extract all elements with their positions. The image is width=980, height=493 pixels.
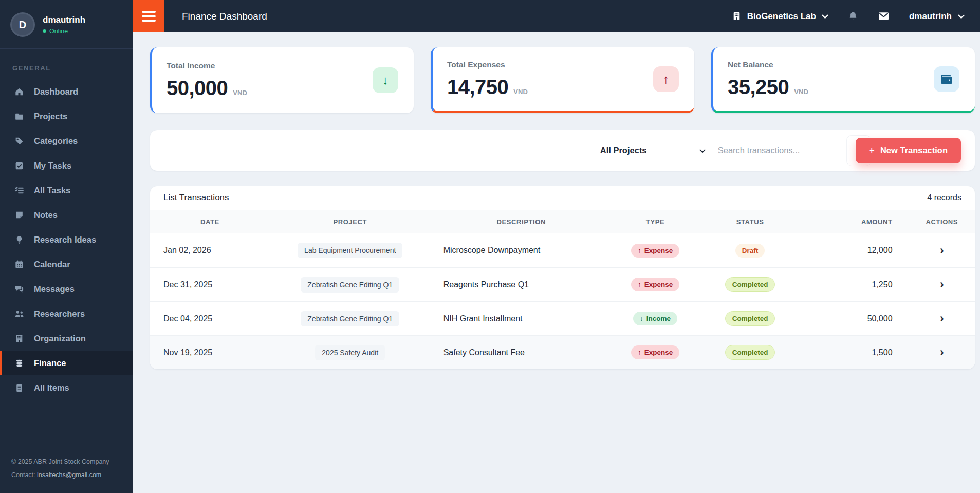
sidebar-item-label: Categories xyxy=(34,136,78,146)
online-status-label: Online xyxy=(49,28,68,35)
sidebar-item-dashboard[interactable]: Dashboard xyxy=(0,79,133,104)
note-icon xyxy=(14,210,24,220)
sidebar-item-categories[interactable]: Categories xyxy=(0,129,133,153)
arrow-up-icon: ↑ xyxy=(638,281,641,288)
sidebar-item-finance[interactable]: Finance xyxy=(0,351,133,375)
check-square-icon xyxy=(14,160,24,171)
arrow-up-icon: ↑ xyxy=(653,66,679,92)
filter-bar: All Projects ( + New Transaction xyxy=(150,130,975,171)
project-filter-select[interactable]: All Projects xyxy=(600,145,706,155)
transaction-description: Safety Consultant Fee xyxy=(431,348,612,357)
sidebar-user-area: D dmautrinh Online xyxy=(0,0,133,49)
sidebar-item-projects[interactable]: Projects xyxy=(0,104,133,129)
sidebar-item-label: Calendar xyxy=(34,260,70,269)
table-row[interactable]: Dec 31, 2025Zebrafish Gene Editing Q1Rea… xyxy=(150,267,975,301)
stat-card-net-balance: Net Balance 35,250 VND xyxy=(711,47,975,113)
home-icon xyxy=(14,86,24,97)
project-cell: Lab Equipment Procurement xyxy=(270,243,431,258)
actions-cell: › xyxy=(909,346,975,358)
transaction-date: Dec 31, 2025 xyxy=(150,280,270,289)
arrow-up-icon: ↑ xyxy=(638,247,641,254)
project-chip: 2025 Safety Audit xyxy=(315,345,385,360)
stat-value: 50,000 xyxy=(167,77,228,100)
search-input[interactable] xyxy=(718,145,846,155)
transaction-description: Microscope Downpayment xyxy=(431,246,612,255)
messages-envelope-icon[interactable] xyxy=(878,11,890,21)
project-cell: 2025 Safety Audit xyxy=(270,345,431,360)
table-row[interactable]: Nov 19, 20252025 Safety AuditSafety Cons… xyxy=(150,335,975,369)
arrow-down-icon: ↓ xyxy=(640,315,643,322)
new-transaction-label: New Transaction xyxy=(880,145,948,155)
sidebar-item-all-tasks[interactable]: All Tasks xyxy=(0,178,133,203)
user-menu[interactable]: dmautrinh xyxy=(909,11,965,22)
sidebar-footer: © 2025 ABR Joint Stock Company Contact: … xyxy=(0,447,133,493)
avatar: D xyxy=(10,12,35,37)
topbar-right: BioGenetics Lab dmautrinh xyxy=(732,11,980,22)
notifications-bell-icon[interactable] xyxy=(848,11,858,22)
row-detail-chevron-icon[interactable]: › xyxy=(940,346,944,358)
contact-label: Contact: xyxy=(11,471,35,479)
main-content: Total Income 50,000 VND ↓ Total Expenses… xyxy=(133,32,980,493)
records-count: 4 records xyxy=(927,193,961,203)
building-icon xyxy=(14,333,24,343)
transaction-description: NIH Grant Installment xyxy=(431,314,612,323)
actions-cell: › xyxy=(909,279,975,290)
row-detail-chevron-icon[interactable]: › xyxy=(940,245,944,257)
sidebar-item-label: Messages xyxy=(34,284,75,294)
sidebar-item-label: Dashboard xyxy=(34,87,78,97)
transaction-amount: 1,250 xyxy=(802,280,909,289)
type-cell: ↑Expense xyxy=(612,345,699,359)
column-header-type: TYPE xyxy=(612,218,699,226)
sidebar-item-label: Notes xyxy=(34,210,58,220)
organization-switcher[interactable]: BioGenetics Lab xyxy=(732,11,828,22)
status-badge: Completed xyxy=(725,345,775,360)
chevron-down-icon xyxy=(958,11,965,22)
table-row[interactable]: Dec 04, 2025Zebrafish Gene Editing Q1NIH… xyxy=(150,301,975,335)
table-body: Jan 02, 2026Lab Equipment ProcurementMic… xyxy=(150,233,975,369)
sidebar-item-my-tasks[interactable]: My Tasks xyxy=(0,153,133,178)
type-cell: ↑Expense xyxy=(612,244,699,258)
type-cell: ↓Income xyxy=(612,312,699,325)
transaction-date: Jan 02, 2026 xyxy=(150,246,270,255)
sidebar-item-research-ideas[interactable]: Research Ideas xyxy=(0,227,133,252)
sidebar: D dmautrinh Online GENERAL DashboardProj… xyxy=(0,0,133,493)
table-row[interactable]: Jan 02, 2026Lab Equipment ProcurementMic… xyxy=(150,233,975,267)
table-title: List Transactions xyxy=(163,193,229,203)
user-name: dmautrinh xyxy=(43,15,85,25)
contact-email: insaitechs@gmail.com xyxy=(37,471,101,479)
sidebar-item-label: All Tasks xyxy=(34,186,70,195)
status-badge: Completed xyxy=(725,277,775,292)
transaction-description: Reagents Purchase Q1 xyxy=(431,280,612,289)
calendar-icon xyxy=(14,259,24,269)
sidebar-item-calendar[interactable]: Calendar xyxy=(0,252,133,277)
transaction-amount: 50,000 xyxy=(802,314,909,323)
sidebar-item-label: Researchers xyxy=(34,309,85,319)
chat-icon xyxy=(14,284,24,294)
page-title: Finance Dashboard xyxy=(182,11,267,22)
column-header-status: STATUS xyxy=(698,218,802,226)
stat-currency: VND xyxy=(794,88,808,96)
sidebar-item-all-items[interactable]: All Items xyxy=(0,375,133,400)
sidebar-item-notes[interactable]: Notes xyxy=(0,203,133,227)
users-icon xyxy=(14,308,24,319)
organization-name: BioGenetics Lab xyxy=(747,11,816,22)
row-detail-chevron-icon[interactable]: › xyxy=(940,313,944,324)
table-column-headers: DATEPROJECTDESCRIPTIONTYPESTATUSAMOUNTAC… xyxy=(150,210,975,233)
row-detail-chevron-icon[interactable]: › xyxy=(940,279,944,290)
hamburger-menu-button[interactable] xyxy=(133,0,164,32)
sidebar-item-researchers[interactable]: Researchers xyxy=(0,301,133,326)
plus-icon: + xyxy=(869,145,875,156)
sidebar-item-messages[interactable]: Messages xyxy=(0,277,133,301)
list-check-icon xyxy=(14,185,24,195)
stat-value: 14,750 xyxy=(447,76,508,99)
type-badge: ↑Expense xyxy=(631,244,679,258)
transaction-date: Dec 04, 2025 xyxy=(150,314,270,323)
user-status: Online xyxy=(43,28,85,35)
column-header-date: DATE xyxy=(150,218,270,226)
transactions-table-card: List Transactions 4 records DATEPROJECTD… xyxy=(150,186,975,369)
stat-currency: VND xyxy=(513,88,527,96)
sidebar-item-organization[interactable]: Organization xyxy=(0,326,133,351)
stat-label: Total Income xyxy=(167,61,247,70)
new-transaction-button[interactable]: + New Transaction xyxy=(856,138,961,163)
chevron-down-icon xyxy=(699,145,706,155)
